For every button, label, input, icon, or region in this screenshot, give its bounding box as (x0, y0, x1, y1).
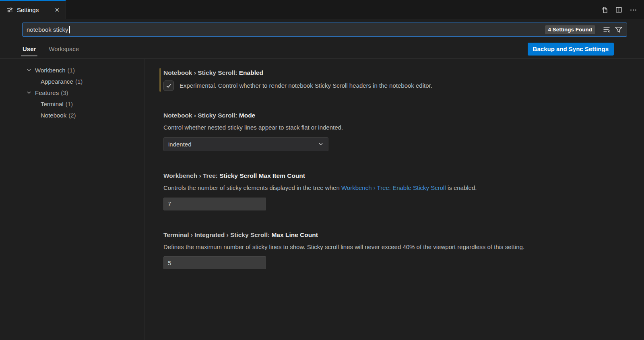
setting-category: Notebook › Sticky Scroll: (163, 69, 239, 76)
toc-item-label: Workbench (35, 67, 66, 74)
tab-title: Settings (17, 6, 50, 13)
chevron-down-icon[interactable] (26, 89, 32, 96)
settings-search-input[interactable]: notebook sticky 4 Settings Found (22, 23, 627, 37)
split-editor-icon[interactable] (613, 4, 624, 15)
setting-number-input[interactable]: 7 (163, 198, 266, 210)
setting-category: Workbench › Tree: (163, 172, 219, 179)
settings-toc-tree: Workbench(1)Appearance(1)Features(3)Term… (0, 59, 145, 340)
setting-name: Mode (239, 112, 255, 119)
tab-workspace-settings[interactable]: Workspace (45, 39, 82, 58)
close-icon[interactable]: ✕ (53, 6, 61, 14)
settings-body: Workbench(1)Appearance(1)Features(3)Term… (0, 59, 644, 340)
text-caret (69, 26, 70, 33)
tab-bar-empty-space (66, 0, 599, 19)
setting-title: Notebook › Sticky Scroll: Mode (163, 112, 628, 119)
settings-sliders-icon (6, 6, 13, 13)
setting-title: Terminal › Integrated › Sticky Scroll: M… (163, 231, 628, 239)
settings-header-row: User Workspace Backup and Sync Settings (0, 39, 644, 59)
tab-settings[interactable]: Settings ✕ (0, 0, 66, 19)
setting-category: Terminal › Integrated › Sticky Scroll: (163, 231, 271, 238)
toc-item-count: (1) (75, 78, 83, 85)
setting-title: Workbench › Tree: Sticky Scroll Max Item… (163, 172, 628, 179)
backup-and-sync-settings-button[interactable]: Backup and Sync Settings (528, 43, 614, 56)
number-input-value: 7 (168, 200, 171, 207)
vscode-window: Settings ✕ (0, 0, 644, 340)
setting-category: Notebook › Sticky Scroll: (163, 112, 239, 119)
open-settings-json-icon[interactable] (599, 4, 609, 15)
setting-checkbox[interactable] (163, 80, 174, 91)
toc-item-count: (2) (68, 112, 76, 119)
setting-description: Experimental. Control whether to render … (180, 81, 432, 90)
setting-description: Defines the maximum number of sticky lin… (163, 243, 628, 251)
editor-tab-bar: Settings ✕ (0, 0, 644, 19)
editor-actions (599, 0, 644, 19)
results-count-badge: 4 Settings Found (545, 25, 596, 34)
setting-reference-link[interactable]: Workbench › Tree: Enable Sticky Scroll (341, 184, 446, 191)
toc-item-appearance[interactable]: Appearance(1) (0, 76, 144, 87)
settings-list: Notebook › Sticky Scroll: EnabledExperim… (145, 59, 644, 340)
setting-select-dropdown[interactable]: indented (163, 137, 328, 151)
setting-title: Notebook › Sticky Scroll: Enabled (163, 69, 628, 76)
toc-item-terminal[interactable]: Terminal(1) (0, 98, 144, 109)
setting-terminal-integrated-sticky-scroll-max-line-count: Terminal › Integrated › Sticky Scroll: M… (163, 231, 628, 270)
select-value: indented (168, 141, 192, 148)
toc-item-features[interactable]: Features(3) (0, 87, 144, 98)
toc-item-label: Features (35, 89, 59, 96)
setting-name: Enabled (239, 69, 263, 76)
number-input-value: 5 (168, 260, 171, 266)
chevron-down-icon (318, 141, 324, 147)
toc-item-count: (1) (68, 67, 75, 74)
setting-name: Sticky Scroll Max Item Count (219, 172, 305, 179)
chevron-down-icon[interactable] (26, 67, 32, 73)
more-actions-icon[interactable] (628, 4, 638, 15)
toc-item-label: Appearance (41, 78, 73, 85)
settings-search-row: notebook sticky 4 Settings Found (0, 19, 644, 39)
toc-item-label: Terminal (41, 101, 64, 107)
setting-workbench-tree-sticky-scroll-max-item-count: Workbench › Tree: Sticky Scroll Max Item… (163, 172, 628, 210)
search-input-value: notebook sticky (27, 26, 68, 33)
toc-item-count: (3) (61, 89, 68, 96)
toc-item-notebook[interactable]: Notebook(2) (0, 109, 144, 121)
setting-description: Controls the number of sticky elements d… (163, 183, 628, 192)
setting-number-input[interactable]: 5 (163, 256, 266, 269)
clear-search-icon[interactable] (602, 25, 611, 35)
tab-user-settings[interactable]: User (19, 39, 39, 58)
setting-notebook-sticky-scroll-enabled: Notebook › Sticky Scroll: EnabledExperim… (163, 69, 628, 91)
setting-notebook-sticky-scroll-mode: Notebook › Sticky Scroll: ModeControl wh… (163, 112, 628, 151)
setting-name: Max Line Count (271, 231, 318, 238)
toc-item-count: (1) (66, 101, 73, 107)
toc-item-label: Notebook (41, 112, 66, 119)
setting-description: Control whether nested sticky lines appe… (163, 123, 628, 132)
toc-item-workbench[interactable]: Workbench(1) (0, 64, 144, 76)
filter-icon[interactable] (614, 25, 623, 35)
